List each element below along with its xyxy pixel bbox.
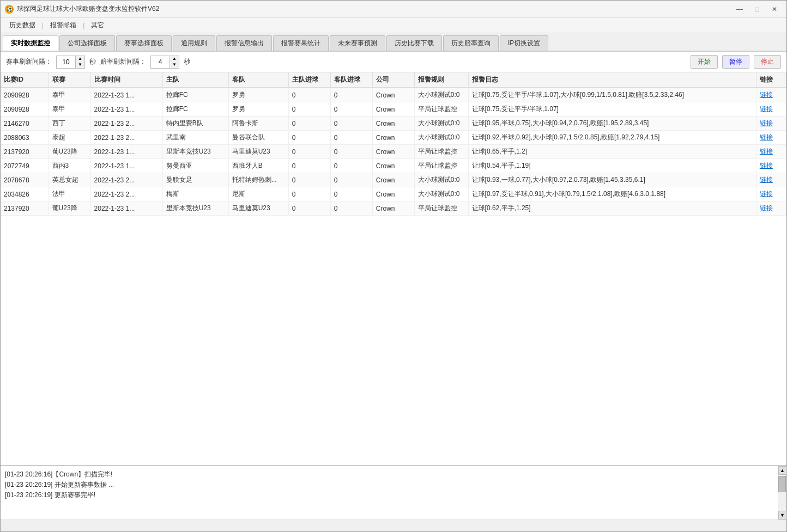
- cell-home: 曼联女足: [162, 173, 228, 187]
- cell-log: 让球[0.92,半球,0.92],大小球[0.97,1.5/2,0.85],欧赔…: [468, 131, 756, 145]
- col-header-log: 报警日志: [468, 72, 756, 88]
- tab-future[interactable]: 未来赛事预测: [330, 35, 385, 51]
- match-interval-down[interactable]: ▼: [76, 62, 84, 68]
- tab-history-odds[interactable]: 历史赔率查询: [443, 35, 499, 51]
- tab-alert-output[interactable]: 报警信息输出: [216, 35, 272, 51]
- tab-rules[interactable]: 通用规则: [173, 35, 215, 51]
- cell-league: 泰超: [49, 131, 90, 145]
- cell-company: Crown: [372, 117, 414, 131]
- cell-id: 2078678: [1, 173, 49, 187]
- odds-interval-down[interactable]: ▼: [170, 62, 179, 68]
- cell-link[interactable]: 链接: [756, 159, 786, 173]
- table-row: 2146270 西丁 2022-1-23 2... 特内里费B队 阿鲁卡斯 0 …: [1, 117, 786, 131]
- cell-link[interactable]: 链接: [756, 187, 786, 201]
- tab-alert-stats[interactable]: 报警赛果统计: [273, 35, 329, 51]
- cell-league: 泰甲: [49, 88, 90, 102]
- cell-id: 2090928: [1, 102, 49, 117]
- cell-id: 2088063: [1, 131, 49, 145]
- table-row: 2137920 葡U23降 2022-1-23 1... 里斯本竞技U23 马里…: [1, 201, 786, 216]
- cell-log: 让球[0.75,受让平手/半球,1.07],大小球[0.99,1/1.5,0.8…: [468, 88, 756, 102]
- cell-home: 武里南: [162, 131, 228, 145]
- cell-league: 英总女超: [49, 173, 90, 187]
- col-header-home-score: 主队进球: [288, 72, 330, 88]
- cell-time: 2022-1-23 1...: [90, 159, 162, 173]
- cell-company: Crown: [372, 201, 414, 216]
- match-link[interactable]: 链接: [760, 190, 773, 198]
- cell-link[interactable]: 链接: [756, 131, 786, 145]
- log-line: [01-23 20:26:16]【Crown】扫描完毕!: [5, 469, 773, 480]
- log-line: [01-23 20:26:19] 更新赛事完毕!: [5, 490, 773, 500]
- cell-away-score: 0: [330, 102, 372, 117]
- cell-id: 2072749: [1, 159, 49, 173]
- table-row: 2034826 法甲 2022-1-23 2... 梅斯 尼斯 0 0 Crow…: [1, 187, 786, 201]
- log-area: [01-23 20:26:16]【Crown】扫描完毕![01-23 20:26…: [1, 465, 786, 519]
- log-line: [01-23 20:26:19] 开始更新赛事数据 ...: [5, 480, 773, 490]
- match-link[interactable]: 链接: [760, 105, 773, 113]
- match-link[interactable]: 链接: [760, 133, 773, 141]
- col-header-away: 客队: [228, 72, 288, 88]
- match-link[interactable]: 链接: [760, 148, 773, 155]
- cell-link[interactable]: 链接: [756, 88, 786, 102]
- cell-away-score: 0: [330, 173, 372, 187]
- match-link[interactable]: 链接: [760, 162, 773, 169]
- cell-home-score: 0: [288, 145, 330, 159]
- cell-rule: 大小球测试0:0: [414, 173, 468, 187]
- stop-button[interactable]: 停止: [754, 55, 781, 69]
- cell-home: 拉廊FC: [162, 88, 228, 102]
- scroll-up-button[interactable]: ▲: [778, 466, 787, 475]
- match-interval-up[interactable]: ▲: [76, 56, 84, 62]
- table-body: 2090928 泰甲 2022-1-23 1... 拉廊FC 罗勇 0 0 Cr…: [1, 88, 786, 216]
- tab-events[interactable]: 赛事选择面板: [116, 35, 172, 51]
- cell-time: 2022-1-23 1...: [90, 145, 162, 159]
- cell-home: 里斯本竞技U23: [162, 145, 228, 159]
- window-controls: — □ ✕: [732, 4, 782, 15]
- match-interval-unit: 秒: [89, 57, 96, 66]
- cell-company: Crown: [372, 102, 414, 117]
- scroll-track: [778, 475, 786, 511]
- match-link[interactable]: 链接: [760, 119, 773, 127]
- cell-away: 阿鲁卡斯: [228, 117, 288, 131]
- cell-home: 特内里费B队: [162, 117, 228, 131]
- match-link[interactable]: 链接: [760, 176, 773, 184]
- match-interval-input[interactable]: [57, 56, 75, 68]
- menu-other[interactable]: 其它: [87, 20, 108, 31]
- status-bar: [1, 519, 786, 531]
- cell-time: 2022-1-23 2...: [90, 173, 162, 187]
- menu-alert-email[interactable]: 报警邮箱: [46, 20, 81, 31]
- match-link[interactable]: 链接: [760, 204, 773, 212]
- cell-away-score: 0: [330, 201, 372, 216]
- cell-away: 尼斯: [228, 187, 288, 201]
- cell-link[interactable]: 链接: [756, 117, 786, 131]
- cell-link[interactable]: 链接: [756, 201, 786, 216]
- cell-company: Crown: [372, 187, 414, 201]
- col-header-link: 链接: [756, 72, 786, 88]
- log-content: [01-23 20:26:16]【Crown】扫描完毕![01-23 20:26…: [1, 466, 778, 519]
- cell-log: 让球[0.97,受让半球,0.91],大小球[0.79,1.5/2,1.08],…: [468, 187, 756, 201]
- start-button[interactable]: 开始: [691, 55, 718, 69]
- cell-rule: 大小球测试0:0: [414, 187, 468, 201]
- odds-interval-input[interactable]: [151, 56, 169, 68]
- maximize-button[interactable]: □: [749, 4, 765, 15]
- tab-company[interactable]: 公司选择面板: [59, 35, 115, 51]
- cell-link[interactable]: 链接: [756, 145, 786, 159]
- cell-rule: 大小球测试0:0: [414, 88, 468, 102]
- cell-link[interactable]: 链接: [756, 102, 786, 117]
- menu-history[interactable]: 历史数据: [5, 20, 40, 31]
- minimize-button[interactable]: —: [732, 4, 747, 15]
- pause-button[interactable]: 暂停: [722, 55, 749, 69]
- main-window: ⚽ 球探网足球让球大小球欧赔变盘变水监控软件V62 — □ ✕ 历史数据 | 报…: [0, 0, 787, 532]
- tab-realtime[interactable]: 实时数据监控: [3, 35, 58, 51]
- cell-company: Crown: [372, 145, 414, 159]
- tab-ip[interactable]: IP切换设置: [500, 35, 548, 51]
- cell-id: 2090928: [1, 88, 49, 102]
- scroll-down-button[interactable]: ▼: [778, 511, 787, 519]
- cell-link[interactable]: 链接: [756, 173, 786, 187]
- cell-rule: 平局让球监控: [414, 102, 468, 117]
- cell-company: Crown: [372, 159, 414, 173]
- tab-history-download[interactable]: 历史比赛下载: [386, 35, 442, 51]
- odds-interval-unit: 秒: [184, 57, 190, 66]
- odds-interval-up[interactable]: ▲: [170, 56, 179, 62]
- match-link[interactable]: 链接: [760, 91, 773, 99]
- close-button[interactable]: ✕: [767, 4, 782, 15]
- scroll-thumb[interactable]: [778, 476, 786, 492]
